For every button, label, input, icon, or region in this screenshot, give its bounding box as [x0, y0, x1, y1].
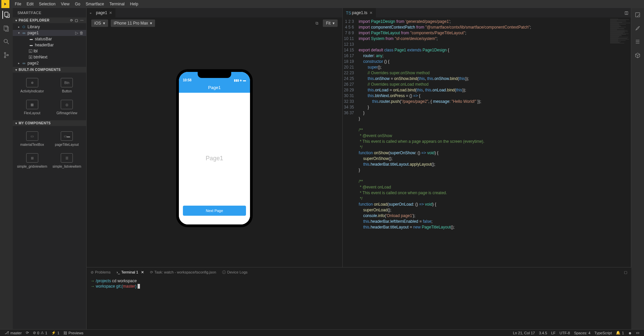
status-errors[interactable]: ⊘0 ⚠1 [31, 331, 49, 335]
chevron-down-icon: ▾ [333, 21, 335, 26]
tab-terminal[interactable]: ›_Terminal 1✕ [116, 270, 144, 275]
section-my-components[interactable]: ▾ MY COMPONENTS [13, 120, 86, 126]
status-spaces[interactable]: Spaces: 4 [572, 331, 592, 335]
warning-icon: ⊘ [91, 270, 94, 275]
component-icon: ▦ [26, 100, 38, 109]
status-ports[interactable]: ⚡1 [49, 331, 61, 335]
component-pagetitlelayout[interactable]: ▭▬pageTitleLayout [50, 129, 84, 149]
zoom-select[interactable]: Fit▾ [323, 19, 337, 27]
menu-go[interactable]: Go [72, 2, 83, 6]
file-icon: ▫ [90, 11, 94, 15]
close-icon[interactable]: ✕ [141, 270, 144, 275]
tab-device-logs[interactable]: ⓘDevice Logs [222, 270, 248, 275]
component-simple_listviewitem[interactable]: ☰simple_listviewitem [50, 151, 84, 171]
menu-smartface[interactable]: Smartface [83, 2, 107, 6]
component-icon: ▭▬ [61, 131, 73, 141]
source-control-icon[interactable] [2, 51, 10, 59]
panel-maximize-icon[interactable]: ▢ [624, 270, 627, 275]
status-cursor[interactable]: Ln 21, Col 17 [511, 331, 537, 335]
section-builtin[interactable]: ▾ BUILT-IN COMPONENTS [13, 67, 86, 73]
minimap[interactable] [609, 17, 631, 267]
tree-item-lbl[interactable]: Llbl [13, 48, 86, 54]
component-button[interactable]: BtnButton [50, 75, 84, 96]
status-previews[interactable]: ⛓Previews [61, 331, 86, 335]
component-activityindicator[interactable]: ✲ActivityIndicator [15, 75, 49, 96]
smiley-icon: ☻ [628, 331, 632, 335]
device-select[interactable]: iPhone 11 Pro Max▾ [111, 19, 155, 27]
tab-task[interactable]: ⟳Task: watch - workspace/tsconfig.json [150, 270, 216, 275]
chevron-down-icon: ▾ [15, 19, 17, 22]
status-eol[interactable]: LF [549, 331, 557, 335]
phone-next-button[interactable]: Next Page [183, 206, 246, 216]
cursor [138, 284, 140, 289]
more-icon[interactable]: ⋯ [80, 18, 84, 22]
delete-icon[interactable]: 🗑 [80, 31, 84, 35]
status-branch[interactable]: ⎇master [3, 331, 24, 335]
status-feedback[interactable]: ☻ [626, 331, 634, 335]
component-icon: ⊞ [26, 153, 38, 163]
chevron-down-icon: ▾ [150, 21, 152, 26]
play-icon[interactable]: ▷ [75, 31, 78, 35]
task-icon: ⟳ [150, 270, 153, 275]
close-icon[interactable]: ✕ [109, 11, 112, 15]
component-simple_gridviewitem[interactable]: ⊞simple_gridviewitem [15, 151, 49, 171]
sidebar: SMARTFACE ▾ PAGE EXPLORER ⟳ ▢ ⋯ ▸⬡Librar… [13, 8, 87, 329]
refresh-icon[interactable]: ⟳ [70, 18, 73, 22]
status-notifications[interactable]: 🔔1 [614, 331, 626, 335]
tree-item-statusbar[interactable]: ▬statusBar [13, 36, 86, 42]
tab-page1-ts[interactable]: TS page1.ts ✕ [343, 8, 376, 17]
svg-point-5 [7, 54, 8, 56]
info-icon: ⓘ [222, 270, 226, 275]
component-icon: Btn [61, 78, 73, 87]
right-activity-bar [631, 8, 644, 329]
tree-item-headerbar[interactable]: ▬headerBar [13, 42, 86, 48]
search-icon[interactable] [2, 38, 10, 46]
split-editor-icon[interactable]: ◫ [625, 10, 628, 15]
close-icon[interactable]: ✕ [369, 11, 373, 15]
terminal-body[interactable]: → /projects cd workspace → workspace git… [87, 277, 631, 329]
sync-icon: ⟳ [26, 331, 29, 335]
component-flexlayout[interactable]: ▦FlexLayout [15, 97, 49, 118]
section-page-explorer[interactable]: ▾ PAGE EXPLORER ⟳ ▢ ⋯ [13, 17, 86, 23]
svg-point-2 [4, 39, 7, 43]
svg-point-4 [4, 56, 6, 58]
code-editor[interactable]: 1 2 3 4 5 6 7 8 9 10 11 12 13 14 15 16 1… [343, 17, 631, 267]
edit-icon[interactable] [634, 11, 642, 19]
box-icon[interactable] [634, 51, 642, 59]
status-version[interactable]: 3.4.5 [537, 331, 549, 335]
list-icon[interactable] [634, 38, 642, 46]
chevron-down-icon: ▾ [15, 122, 17, 125]
tree-item-page1[interactable]: ▾▭page1▷🗑 [13, 30, 86, 36]
tree-item-library[interactable]: ▸⬡Library [13, 24, 86, 30]
component-icon: ✲ [26, 78, 38, 87]
tree-item-btnnext[interactable]: BbtnNext [13, 54, 86, 60]
chevron-down-icon: ▾ [15, 68, 17, 72]
status-tweet[interactable]: ▭ [634, 331, 641, 335]
status-language[interactable]: TypeScript [592, 331, 614, 335]
menu-help[interactable]: Help [127, 2, 141, 6]
device-rotate-icon[interactable]: ⧉ [313, 20, 320, 27]
tree-item-page2[interactable]: ▸▭page2 [13, 60, 86, 66]
status-encoding[interactable]: UTF-8 [557, 331, 572, 335]
menu-edit[interactable]: Edit [24, 2, 36, 6]
menu-view[interactable]: View [58, 2, 72, 6]
menu-file[interactable]: File [12, 2, 24, 6]
typescript-icon: TS [346, 11, 350, 15]
platform-select[interactable]: iOS▾ [91, 19, 108, 27]
app-logo[interactable] [1, 0, 9, 8]
tab-page1-design[interactable]: ▫ page1 ✕ [87, 8, 116, 17]
tab-problems[interactable]: ⊘Problems [91, 270, 110, 275]
component-materialtextbox[interactable]: ▭materialTextBox [15, 129, 49, 149]
component-gifimageview[interactable]: ◎GifImageView [50, 97, 84, 118]
bell-icon: 🔔 [616, 331, 621, 335]
component-icon: ▭ [26, 131, 38, 141]
new-file-icon[interactable]: ▢ [75, 18, 78, 22]
phone-headerbar: Page1 [179, 83, 250, 93]
explorer-icon[interactable] [2, 11, 10, 19]
files-icon[interactable] [2, 24, 10, 32]
status-sync[interactable]: ⟳ [24, 331, 31, 335]
brush-icon[interactable] [634, 24, 642, 32]
svg-point-3 [4, 52, 6, 54]
menu-terminal[interactable]: Terminal [107, 2, 127, 6]
menu-selection[interactable]: Selection [36, 2, 58, 6]
